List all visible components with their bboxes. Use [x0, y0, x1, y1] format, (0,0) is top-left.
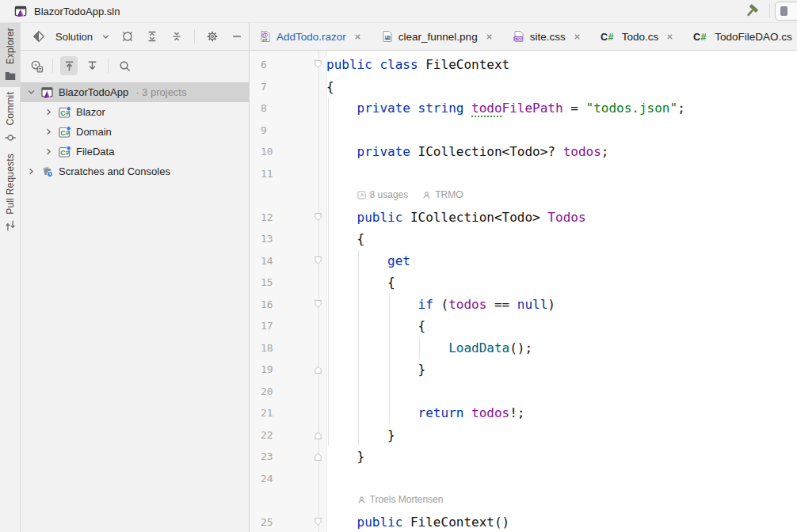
line-number-gutter[interactable]: 18	[250, 342, 310, 354]
tree-chevron-icon	[44, 107, 54, 117]
settings-gear-icon[interactable]	[204, 27, 221, 46]
fold-open-icon	[314, 256, 322, 266]
line-number-gutter[interactable]: 22	[250, 429, 310, 441]
line-number-gutter[interactable]: 21	[250, 407, 310, 419]
tree-item-filedata[interactable]: C#FileData	[21, 142, 249, 162]
divider	[769, 4, 770, 18]
inlay-row: Troels Mortensen	[250, 489, 797, 511]
inlay-text: Troels Mortensen	[370, 489, 444, 511]
view-selector-label[interactable]: Solution	[55, 31, 93, 43]
tree-item-blazortodoapp[interactable]: BlazorTodoApp· 3 projects	[21, 82, 249, 102]
tab-clear-funnel-png[interactable]: clear_funnel.png	[372, 23, 503, 50]
title-bar: BlazorTodoApp.sln	[0, 0, 797, 23]
build-hammer-icon	[743, 3, 760, 20]
tab-todofiledao-cs[interactable]: C#TodoFileDAO.cs	[684, 23, 797, 50]
code-line-7: 7{	[250, 76, 797, 98]
code-text: return todos!;	[326, 402, 524, 424]
fold-close-marker-icon[interactable]	[310, 451, 326, 462]
divider	[108, 59, 109, 73]
solution-view-icon[interactable]	[30, 27, 48, 46]
collapse-all-icon[interactable]	[168, 27, 185, 46]
close-tab-icon[interactable]	[485, 32, 494, 41]
line-number-gutter[interactable]: 17	[250, 320, 310, 332]
code-text: Troels Mortensen	[326, 489, 443, 511]
tab-site-css[interactable]: CSSsite.css	[503, 23, 591, 50]
code-line-13: 13 {	[250, 228, 797, 250]
tree-item-domain[interactable]: C#Domain	[21, 122, 249, 142]
tree-item-scratches-and-consoles[interactable]: Scratches and Consoles	[21, 162, 249, 181]
locate-icon[interactable]	[119, 27, 136, 46]
line-number-gutter[interactable]: 12	[250, 211, 310, 223]
fold-close-marker-icon[interactable]	[310, 364, 326, 374]
line-number-gutter[interactable]: 25	[250, 516, 310, 528]
tool-window-button-commit[interactable]: Commit	[0, 87, 20, 149]
code-text: public class FileContext	[326, 54, 509, 76]
code-line-23: 23 }	[250, 446, 797, 468]
line-number-gutter[interactable]: 16	[250, 298, 310, 310]
dropdown-chevron-icon[interactable]	[101, 27, 112, 46]
divider	[194, 29, 195, 44]
svg-text:c#: c#	[262, 37, 268, 42]
code-line-10: 10 private ICollection<Todo>? todos;	[250, 141, 797, 163]
tool-window-button-explorer[interactable]: Explorer	[0, 23, 20, 87]
tree-item-label: FileData	[76, 146, 114, 158]
line-number-gutter[interactable]: 23	[250, 450, 310, 462]
tree-item-blazor[interactable]: C#Blazor	[21, 102, 249, 122]
inlay-row: 8 usagesTRMO	[250, 184, 797, 207]
indent-guide	[358, 250, 359, 446]
locate-opened-file-icon[interactable]	[28, 56, 45, 75]
code-line-25: 25 public FileContext()	[250, 511, 797, 532]
scroll-to-top-icon[interactable]	[60, 56, 78, 75]
hide-panel-icon[interactable]	[228, 27, 246, 46]
fold-open-marker-icon[interactable]	[310, 517, 326, 527]
fold-open-icon	[314, 517, 322, 527]
line-number-gutter[interactable]: 20	[250, 386, 310, 397]
line-number-gutter[interactable]: 11	[250, 168, 310, 180]
fold-open-icon	[314, 299, 322, 310]
indent-guide	[328, 97, 329, 446]
close-tab-icon[interactable]	[353, 32, 362, 41]
build-hammer-icon[interactable]	[738, 2, 765, 21]
close-tab-icon[interactable]	[573, 32, 582, 41]
run-widget-button[interactable]	[775, 2, 797, 21]
line-number-gutter[interactable]: 15	[250, 276, 310, 288]
line-number-gutter[interactable]: 8	[250, 102, 310, 114]
fold-close-marker-icon[interactable]	[310, 430, 326, 440]
line-number-gutter[interactable]: 7	[250, 81, 310, 93]
code-line-15: 15 {	[250, 272, 797, 294]
tab-addtodo-razor[interactable]: @c#AddTodo.razor	[250, 23, 372, 50]
close-tab-icon[interactable]	[665, 32, 674, 41]
fold-close-icon	[314, 451, 322, 462]
line-number-gutter[interactable]: 10	[250, 146, 310, 158]
tree-item-label: BlazorTodoApp	[59, 86, 128, 98]
body-row: BlazorTodoApp· 3 projectsC#BlazorC#Domai…	[21, 51, 797, 532]
line-number-gutter[interactable]: 19	[250, 363, 310, 375]
search-icon[interactable]	[116, 56, 133, 75]
line-number-gutter[interactable]: 24	[250, 473, 310, 484]
editor[interactable]: 6public class FileContext7{8 private str…	[250, 51, 797, 532]
toolbar-and-tabs-row: Solution @c#AddTodo.razorclear_funnel.pn…	[21, 23, 797, 51]
line-number-gutter[interactable]: 14	[250, 255, 310, 267]
line-number-gutter[interactable]: 9	[250, 124, 310, 136]
expand-all-icon[interactable]	[143, 27, 161, 46]
code-rows: 6public class FileContext7{8 private str…	[250, 51, 797, 532]
fold-open-marker-icon[interactable]	[310, 59, 326, 70]
csharp-project-icon: C#	[59, 126, 71, 139]
fold-open-marker-icon[interactable]	[310, 212, 326, 222]
scroll-to-bottom-icon	[86, 59, 99, 73]
hide-panel-icon	[231, 30, 243, 43]
fold-open-marker-icon[interactable]	[310, 256, 326, 266]
tab-todo-cs[interactable]: C#Todo.cs	[591, 23, 685, 50]
code-line-8: 8 private string todoFilePath = "todos.j…	[250, 97, 797, 120]
code-text: public ICollection<Todo> Todos	[326, 207, 586, 229]
code-line-14: 14 get	[250, 250, 797, 272]
svg-text:C: C	[601, 32, 608, 43]
scroll-to-bottom-icon[interactable]	[83, 56, 101, 75]
line-number-gutter[interactable]: 6	[250, 59, 310, 70]
line-number-gutter[interactable]: 13	[250, 233, 310, 245]
tool-window-button-pull-requests[interactable]: Pull Requests	[0, 149, 20, 238]
fold-open-marker-icon[interactable]	[310, 299, 326, 310]
project-tree: BlazorTodoApp· 3 projectsC#BlazorC#Domai…	[21, 82, 249, 181]
explorer-panel: BlazorTodoApp· 3 projectsC#BlazorC#Domai…	[21, 51, 250, 532]
code-text: }	[326, 424, 395, 446]
